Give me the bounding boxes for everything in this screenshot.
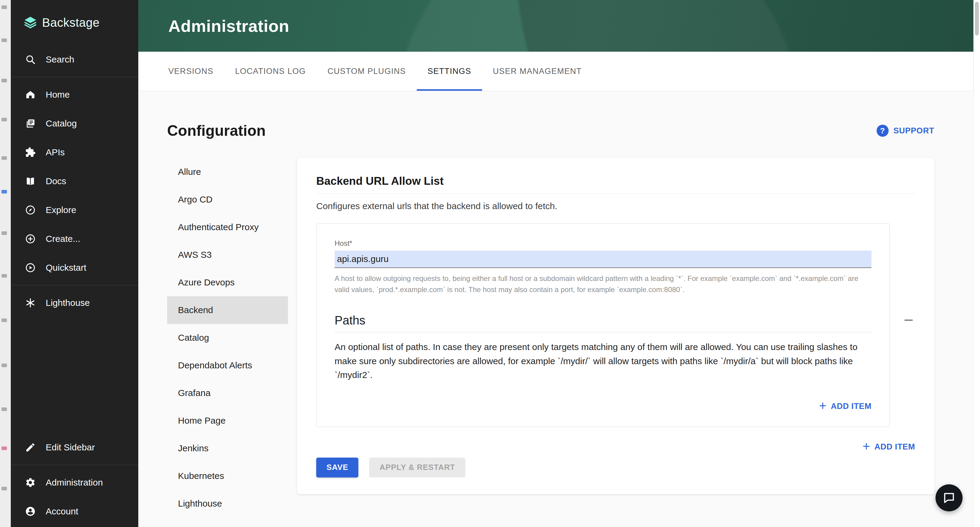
- sidebar-item-label: Quickstart: [46, 263, 86, 273]
- sidebar: Backstage Search Home Catalog APIs: [11, 0, 138, 527]
- chat-launcher-button[interactable]: [935, 484, 963, 511]
- sliver-mark: [2, 156, 7, 160]
- add-host-label: ADD ITEM: [875, 442, 915, 452]
- page-header-title: Administration: [169, 16, 289, 36]
- catalog-icon: [25, 118, 36, 129]
- backstage-logo-icon: [24, 16, 37, 29]
- sliver-mark: [2, 118, 7, 121]
- app-root: Backstage Search Home Catalog APIs: [0, 0, 980, 527]
- tab-locations-log[interactable]: LOCATIONS LOG: [224, 52, 317, 91]
- host-input[interactable]: [334, 251, 872, 268]
- sidebar-item-docs[interactable]: Docs: [11, 167, 138, 195]
- lighthouse-icon: [25, 297, 36, 309]
- tab-versions[interactable]: VERSIONS: [158, 52, 224, 91]
- sidebar-item-catalog[interactable]: Catalog: [11, 109, 138, 138]
- config-nav-item-azure-devops[interactable]: Azure Devops: [167, 268, 288, 296]
- sidebar-divider: [11, 285, 138, 286]
- sliver-mark: [2, 487, 7, 490]
- search-icon: [25, 54, 36, 65]
- chat-bubble-icon: [942, 491, 956, 505]
- form-actions: SAVE APPLY & RESTART: [316, 457, 915, 478]
- sidebar-item-label: Create...: [46, 234, 80, 244]
- config-nav-item-aws-s3[interactable]: AWS S3: [167, 241, 288, 268]
- sidebar-item-label: Administration: [46, 478, 103, 487]
- paths-add-row: + ADD ITEM: [334, 401, 872, 412]
- sidebar-item-lighthouse[interactable]: Lighthouse: [11, 289, 138, 317]
- sidebar-item-apis[interactable]: APIs: [11, 138, 138, 167]
- sliver-mark: [2, 364, 7, 367]
- plus-icon: +: [863, 440, 870, 453]
- add-host-button[interactable]: + ADD ITEM: [863, 441, 915, 453]
- config-nav-item-allure[interactable]: Allure: [167, 158, 288, 186]
- sidebar-item-account[interactable]: Account: [11, 497, 138, 526]
- main-area: Administration VERSIONS LOCATIONS LOG CU…: [138, 0, 974, 527]
- gear-icon: [25, 477, 36, 488]
- card-title: Backend URL Allow List: [316, 175, 915, 194]
- config-nav-item-jenkins[interactable]: Jenkins: [167, 435, 288, 462]
- help-icon: ?: [877, 125, 889, 137]
- sidebar-item-search[interactable]: Search: [11, 45, 138, 74]
- apply-restart-button[interactable]: APPLY & RESTART: [369, 457, 465, 478]
- config-nav-item-catalog[interactable]: Catalog: [167, 324, 288, 352]
- config-nav-item-dependabot-alerts[interactable]: Dependabot Alerts: [167, 352, 288, 379]
- sidebar-item-explore[interactable]: Explore: [11, 195, 138, 224]
- sliver-mark: [2, 274, 7, 278]
- sliver-mark: [2, 38, 7, 42]
- config-nav-item-backend[interactable]: Backend: [167, 296, 288, 324]
- sidebar-item-quickstart[interactable]: Quickstart: [11, 253, 138, 282]
- minus-icon: [905, 320, 913, 321]
- tab-custom-plugins[interactable]: CUSTOM PLUGINS: [317, 52, 417, 91]
- sidebar-item-label: Home: [46, 89, 70, 100]
- sidebar-item-administration[interactable]: Administration: [11, 468, 138, 497]
- config-nav-item-kubernetes[interactable]: Kubernetes: [167, 462, 288, 490]
- scrollbar-track[interactable]: [974, 0, 980, 527]
- support-link[interactable]: ? SUPPORT: [877, 125, 934, 137]
- sidebar-item-label: Docs: [46, 176, 66, 186]
- sliver-mark: [2, 79, 7, 83]
- content-body: Allure Argo CD Authenticated Proxy AWS S…: [167, 158, 934, 517]
- brand-name: Backstage: [42, 16, 100, 29]
- add-path-button[interactable]: + ADD ITEM: [819, 401, 872, 412]
- sliver-mark: [2, 319, 7, 322]
- sidebar-item-edit-sidebar[interactable]: Edit Sidebar: [11, 433, 138, 462]
- config-nav: Allure Argo CD Authenticated Proxy AWS S…: [167, 158, 288, 517]
- sidebar-item-label: Lighthouse: [46, 298, 90, 308]
- page-title: Configuration: [167, 122, 266, 140]
- hosts-add-row: + ADD ITEM: [316, 441, 915, 453]
- tab-user-management[interactable]: USER MANAGEMENT: [482, 52, 593, 91]
- sidebar-item-label: Catalog: [46, 118, 76, 129]
- remove-entry-button[interactable]: [902, 313, 915, 327]
- sidebar-item-label: Search: [46, 54, 74, 65]
- sidebar-item-create[interactable]: Create...: [11, 224, 138, 253]
- allow-list-entry-row: Host* A host to allow outgoing requests …: [316, 223, 915, 427]
- backstage-brand[interactable]: Backstage: [11, 0, 138, 45]
- plus-icon: +: [819, 400, 827, 412]
- tab-settings[interactable]: SETTINGS: [417, 52, 482, 91]
- add-path-label: ADD ITEM: [831, 402, 872, 411]
- sidebar-item-home[interactable]: Home: [11, 80, 138, 109]
- sidebar-item-label: Explore: [46, 205, 76, 215]
- scrollbar-thumb[interactable]: [975, 2, 979, 35]
- host-field-label: Host*: [334, 239, 872, 248]
- config-nav-item-lighthouse[interactable]: Lighthouse: [167, 490, 288, 517]
- page-header: Administration: [138, 0, 974, 52]
- content-area: Configuration ? SUPPORT Allure Argo CD A…: [138, 91, 974, 527]
- tab-bar: VERSIONS LOCATIONS LOG CUSTOM PLUGINS SE…: [138, 52, 974, 91]
- sliver-mark: [2, 446, 7, 450]
- paths-help-text: An optional list of paths. In case they …: [334, 340, 872, 382]
- create-icon: [25, 233, 36, 244]
- content-head: Configuration ? SUPPORT: [167, 91, 934, 140]
- sidebar-item-label: Account: [46, 506, 78, 516]
- allow-list-entry: Host* A host to allow outgoing requests …: [316, 223, 890, 427]
- sidebar-divider: [11, 465, 138, 465]
- config-nav-item-argo-cd[interactable]: Argo CD: [167, 186, 288, 213]
- host-help-text: A host to allow outgoing requests to, be…: [334, 273, 872, 295]
- config-nav-item-grafana[interactable]: Grafana: [167, 379, 288, 407]
- save-button[interactable]: SAVE: [316, 457, 358, 478]
- config-nav-item-authenticated-proxy[interactable]: Authenticated Proxy: [167, 213, 288, 241]
- config-nav-item-home-page[interactable]: Home Page: [167, 407, 288, 435]
- paths-section-title: Paths: [334, 314, 872, 332]
- home-icon: [25, 89, 36, 100]
- sidebar-bottom-group: Edit Sidebar Administration Account: [11, 433, 138, 527]
- sliver-mark: [2, 190, 7, 194]
